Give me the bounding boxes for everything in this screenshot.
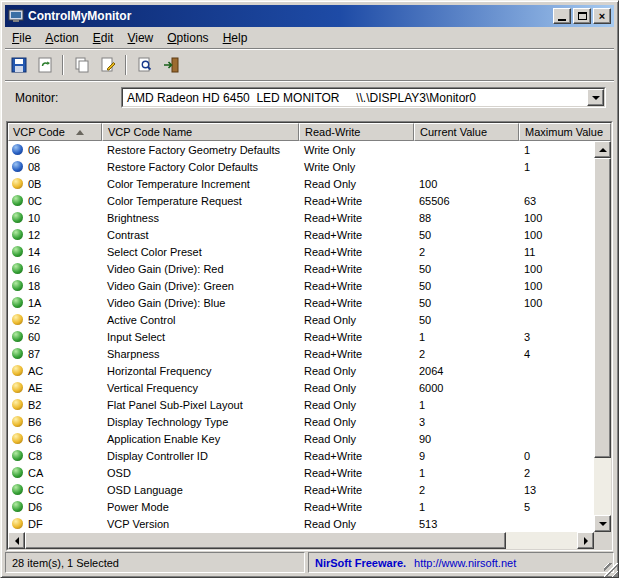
- table-row[interactable]: AE Vertical Frequency Read Only 6000: [8, 379, 594, 396]
- combobox-dropdown-button[interactable]: [587, 89, 604, 106]
- resize-grip[interactable]: [604, 563, 618, 577]
- vertical-scrollbar-thumb[interactable]: [594, 158, 611, 458]
- table-row[interactable]: AC Horizontal Frequency Read Only 2064: [8, 362, 594, 379]
- cell-read-write: Read+Write: [299, 195, 414, 207]
- cell-read-write: Read Only: [299, 518, 414, 530]
- copy-button[interactable]: [70, 54, 93, 76]
- vertical-scrollbar[interactable]: [594, 141, 611, 532]
- cell-current-value: 65506: [414, 195, 519, 207]
- scroll-down-button[interactable]: [594, 515, 611, 532]
- table-row[interactable]: 06 Restore Factory Geometry Defaults Wri…: [8, 141, 594, 158]
- cell-current-value: 1: [414, 331, 519, 343]
- vcp-status-icon: [12, 144, 23, 155]
- table-row[interactable]: CC OSD Language Read+Write 2 13: [8, 481, 594, 498]
- menu-help[interactable]: Help: [216, 29, 255, 48]
- cell-current-value: 2: [414, 348, 519, 360]
- cell-vcp-code: 16: [28, 263, 40, 275]
- vcp-status-icon: [12, 484, 23, 495]
- cell-current-value: 3: [414, 416, 519, 428]
- column-header-maximum-value[interactable]: Maximum Value: [519, 123, 611, 141]
- monitor-selector-row: Monitor: AMD Radeon HD 6450 LED MONITOR …: [5, 87, 614, 111]
- refresh-button[interactable]: [33, 54, 56, 76]
- close-button[interactable]: ×: [593, 8, 611, 24]
- cell-vcp-code: C6: [28, 433, 42, 445]
- table-row[interactable]: B6 Display Technology Type Read Only 3: [8, 413, 594, 430]
- cell-vcp-code: 10: [28, 212, 40, 224]
- horizontal-scrollbar-thumb[interactable]: [25, 532, 506, 549]
- table-row[interactable]: 08 Restore Factory Color Defaults Write …: [8, 158, 594, 175]
- vcp-status-icon: [12, 314, 23, 325]
- table-row[interactable]: 12 Contrast Read+Write 50 100: [8, 226, 594, 243]
- table-row[interactable]: DF VCP Version Read Only 513: [8, 515, 594, 532]
- cell-vcp-code: C8: [28, 450, 42, 462]
- table-row[interactable]: 14 Select Color Preset Read+Write 2 11: [8, 243, 594, 260]
- menu-file[interactable]: File: [5, 29, 38, 48]
- table-row[interactable]: D6 Power Mode Read+Write 1 5: [8, 498, 594, 515]
- table-row[interactable]: 10 Brightness Read+Write 88 100: [8, 209, 594, 226]
- table-row[interactable]: 87 Sharpness Read+Write 2 4: [8, 345, 594, 362]
- table-row[interactable]: 60 Input Select Read+Write 1 3: [8, 328, 594, 345]
- table-row[interactable]: 1A Video Gain (Drive): Blue Read+Write 5…: [8, 294, 594, 311]
- column-header-read-write[interactable]: Read-Write: [299, 123, 414, 141]
- status-items-count: 28 item(s), 1 Selected: [5, 552, 305, 573]
- table-row[interactable]: C8 Display Controller ID Read+Write 9 0: [8, 447, 594, 464]
- maximize-button[interactable]: [573, 8, 591, 24]
- nirsoft-brand-text: NirSoft Freeware.: [315, 557, 406, 569]
- table-row[interactable]: 52 Active Control Read Only 50: [8, 311, 594, 328]
- column-header-label: VCP Code: [13, 126, 65, 138]
- vcp-status-icon: [12, 382, 23, 393]
- menu-action[interactable]: Action: [38, 29, 85, 48]
- arrow-up-icon: [599, 148, 607, 152]
- cell-read-write: Read+Write: [299, 467, 414, 479]
- menu-options[interactable]: Options: [160, 29, 215, 48]
- status-branding: NirSoft Freeware. http://www.nirsoft.net: [308, 552, 614, 573]
- cell-vcp-code-name: Power Mode: [102, 501, 299, 513]
- find-button[interactable]: [133, 54, 156, 76]
- app-monitor-icon[interactable]: [8, 8, 24, 24]
- table-row[interactable]: CA OSD Read+Write 1 2: [8, 464, 594, 481]
- scroll-up-button[interactable]: [594, 141, 611, 158]
- cell-maximum-value: 63: [519, 195, 594, 207]
- properties-icon: [99, 56, 117, 74]
- exit-button[interactable]: [159, 54, 182, 76]
- cell-maximum-value: 100: [519, 263, 594, 275]
- table-row[interactable]: B2 Flat Panel Sub-Pixel Layout Read Only…: [8, 396, 594, 413]
- column-header-current-value[interactable]: Current Value: [414, 123, 519, 141]
- table-row[interactable]: 16 Video Gain (Drive): Red Read+Write 50…: [8, 260, 594, 277]
- cell-maximum-value: 100: [519, 280, 594, 292]
- cell-read-write: Read Only: [299, 314, 414, 326]
- nirsoft-url-link[interactable]: http://www.nirsoft.net: [414, 557, 516, 569]
- cell-current-value: 50: [414, 229, 519, 241]
- save-icon: [10, 56, 28, 74]
- scroll-left-button[interactable]: [8, 532, 25, 549]
- table-row[interactable]: 0C Color Temperature Request Read+Write …: [8, 192, 594, 209]
- table-row[interactable]: 18 Video Gain (Drive): Green Read+Write …: [8, 277, 594, 294]
- cell-maximum-value: 5: [519, 501, 594, 513]
- properties-button[interactable]: [96, 54, 119, 76]
- column-header-vcp-code-name[interactable]: VCP Code Name: [102, 123, 299, 141]
- cell-vcp-code: AE: [28, 382, 43, 394]
- monitor-combobox[interactable]: AMD Radeon HD 6450 LED MONITOR \\.\DISPL…: [121, 87, 606, 108]
- save-button[interactable]: [7, 54, 30, 76]
- vcp-status-icon: [12, 501, 23, 512]
- minimize-button[interactable]: [553, 8, 571, 24]
- cell-current-value: 2: [414, 246, 519, 258]
- cell-read-write: Read+Write: [299, 212, 414, 224]
- menu-view[interactable]: View: [120, 29, 160, 48]
- cell-vcp-code-name: Application Enable Key: [102, 433, 299, 445]
- scroll-right-button[interactable]: [577, 532, 594, 549]
- cell-vcp-code-name: Restore Factory Geometry Defaults: [102, 144, 299, 156]
- cell-current-value: 2064: [414, 365, 519, 377]
- vcp-status-icon: [12, 246, 23, 257]
- cell-current-value: 50: [414, 280, 519, 292]
- menu-edit[interactable]: Edit: [86, 29, 121, 48]
- table-row[interactable]: C6 Application Enable Key Read Only 90: [8, 430, 594, 447]
- cell-current-value: 50: [414, 263, 519, 275]
- cell-vcp-code: D6: [28, 501, 42, 513]
- horizontal-scrollbar[interactable]: [8, 532, 594, 549]
- cell-maximum-value: 100: [519, 212, 594, 224]
- column-header-vcp-code[interactable]: VCP Code: [8, 123, 102, 141]
- table-row[interactable]: 0B Color Temperature Increment Read Only…: [8, 175, 594, 192]
- cell-maximum-value: 0: [519, 450, 594, 462]
- copy-icon: [73, 56, 91, 74]
